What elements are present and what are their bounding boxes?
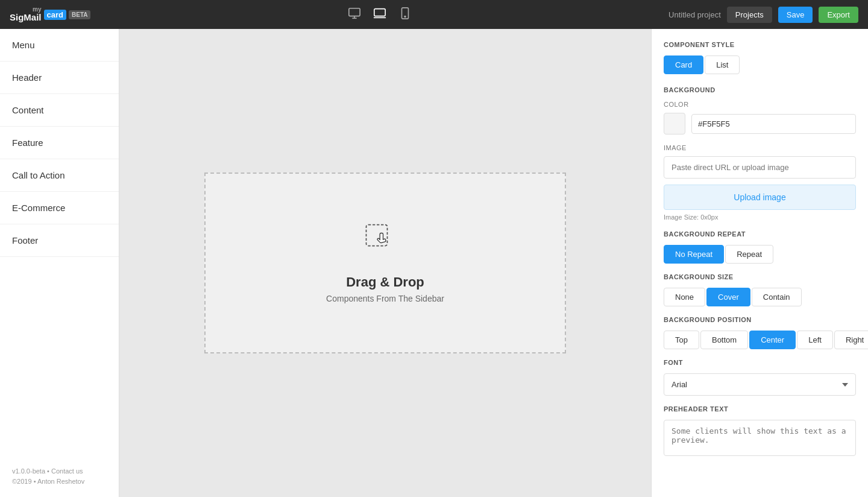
bg-size-button-group: None Cover Contain — [664, 288, 856, 306]
sidebar-item-header[interactable]: Header — [0, 62, 119, 94]
image-size-text: Image Size: 0x0px — [664, 214, 856, 221]
project-name: Untitled project — [668, 10, 721, 19]
svg-rect-0 — [349, 8, 360, 16]
bg-position-right-button[interactable]: Right — [834, 331, 868, 349]
sidebar-item-menu[interactable]: Menu — [0, 29, 119, 62]
bg-position-label: BACKGROUND POSITION — [664, 316, 856, 323]
sidebar-footer: v1.0.0-beta • Contact us ©2019 • Anton R… — [0, 457, 119, 497]
bg-size-cover-button[interactable]: Cover — [706, 288, 750, 306]
color-input[interactable] — [691, 114, 856, 134]
topbar-left: my SigMail card BETA — [10, 7, 90, 23]
style-button-group: Card List — [664, 55, 856, 74]
svg-rect-3 — [374, 8, 385, 16]
style-card-button[interactable]: Card — [664, 55, 703, 74]
preheader-section: PREHEADER TEXT — [664, 405, 856, 458]
bg-position-button-group: Top Bottom Center Left Right — [664, 331, 856, 349]
image-url-input[interactable] — [664, 156, 856, 179]
sidebar-item-footer[interactable]: Footer — [0, 224, 119, 257]
component-style-section: COMPONENT STYLE Card List — [664, 41, 856, 74]
canvas-drop-zone[interactable]: Drag & Drop Components From The Sidebar — [204, 173, 566, 353]
upload-image-button[interactable]: Upload image — [664, 185, 856, 210]
main-layout: Menu Header Content Feature Call to Acti… — [0, 29, 868, 497]
background-label: BACKGROUND — [664, 86, 856, 93]
footer-line1: v1.0.0-beta • Contact us — [12, 466, 107, 477]
drag-drop-title: Drag & Drop — [346, 274, 424, 290]
sidebar-item-content[interactable]: Content — [0, 94, 119, 127]
laptop-icon[interactable] — [373, 7, 386, 23]
save-button[interactable]: Save — [778, 7, 813, 23]
svg-point-6 — [404, 16, 406, 17]
sidebar: Menu Header Content Feature Call to Acti… — [0, 29, 119, 497]
logo: my SigMail card BETA — [10, 7, 90, 23]
color-row — [664, 113, 856, 135]
bg-repeat-button[interactable]: Repeat — [725, 245, 773, 264]
bg-position-center-button[interactable]: Center — [749, 331, 796, 349]
svg-rect-7 — [366, 225, 388, 246]
export-button[interactable]: Export — [819, 7, 858, 23]
drag-drop-icon — [364, 223, 406, 265]
topbar: my SigMail card BETA Untitled project Pr… — [0, 0, 868, 29]
right-panel: COMPONENT STYLE Card List BACKGROUND COL… — [651, 29, 868, 497]
topbar-right: Untitled project Projects Save Export — [668, 7, 858, 23]
style-list-button[interactable]: List — [705, 55, 740, 74]
projects-button[interactable]: Projects — [727, 7, 772, 23]
sidebar-item-feature[interactable]: Feature — [0, 127, 119, 159]
bg-size-none-button[interactable]: None — [664, 288, 705, 306]
desktop-icon[interactable] — [348, 7, 361, 23]
bg-position-left-button[interactable]: Left — [797, 331, 833, 349]
footer-line2: ©2019 • Anton Reshetov — [12, 476, 107, 487]
bg-no-repeat-button[interactable]: No Repeat — [664, 245, 724, 264]
background-section: BACKGROUND COLOR IMAGE Upload image Imag… — [664, 86, 856, 349]
drag-drop-subtitle: Components From The Sidebar — [326, 294, 444, 303]
component-style-label: COMPONENT STYLE — [664, 41, 856, 48]
preheader-label: PREHEADER TEXT — [664, 405, 856, 413]
color-sub-label: COLOR — [664, 101, 856, 108]
bg-size-label: BACKGROUND SIZE — [664, 273, 856, 280]
bg-position-top-button[interactable]: Top — [664, 331, 699, 349]
sidebar-item-call-to-action[interactable]: Call to Action — [0, 159, 119, 192]
mobile-icon[interactable] — [398, 7, 412, 23]
font-label: FONT — [664, 359, 856, 366]
preheader-textarea[interactable] — [664, 420, 856, 456]
font-section: FONT Arial Georgia Verdana Times New Rom… — [664, 359, 856, 405]
bg-repeat-label: BACKGROUND REPEAT — [664, 230, 856, 238]
color-swatch[interactable] — [664, 113, 685, 135]
bg-size-contain-button[interactable]: Contain — [752, 288, 802, 306]
logo-sigmail-text: SigMail — [10, 13, 42, 23]
topbar-center — [348, 7, 412, 23]
bg-repeat-button-group: No Repeat Repeat — [664, 245, 856, 264]
bg-position-bottom-button[interactable]: Bottom — [700, 331, 748, 349]
logo-card-text: card — [44, 10, 66, 20]
sidebar-item-ecommerce[interactable]: E-Commerce — [0, 192, 119, 224]
beta-badge: BETA — [69, 10, 90, 19]
image-sub-label: IMAGE — [664, 144, 856, 151]
canvas-area: Drag & Drop Components From The Sidebar — [119, 29, 651, 497]
font-select[interactable]: Arial Georgia Verdana Times New Roman Co… — [664, 373, 856, 396]
